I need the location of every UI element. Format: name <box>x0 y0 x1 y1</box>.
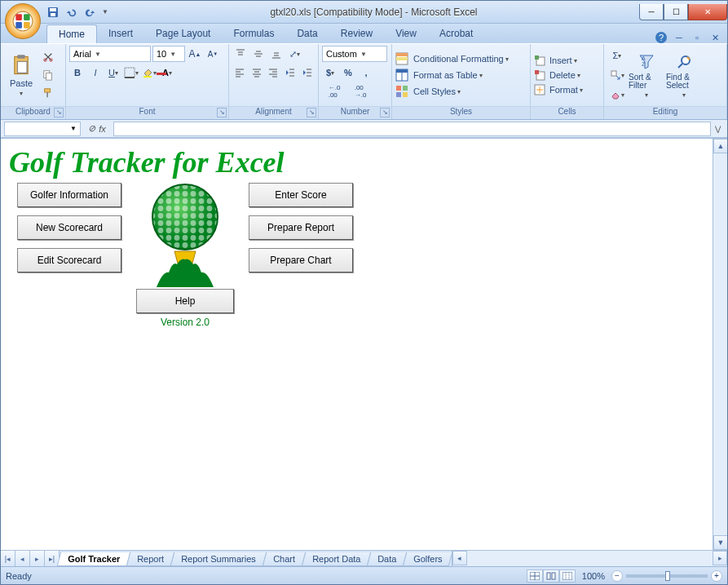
font-size-combo[interactable]: 10▼ <box>152 46 185 62</box>
undo-icon[interactable] <box>63 4 79 20</box>
restore-window-icon[interactable]: ▫ <box>691 32 703 43</box>
prepare-report-button[interactable]: Prepare Report <box>249 215 353 240</box>
fill-icon[interactable]: ▾ <box>607 67 627 83</box>
golfer-information-button[interactable]: Golfer Information <box>17 183 121 207</box>
scroll-down-icon[interactable]: ▼ <box>713 535 727 550</box>
clipboard-dialog-icon[interactable]: ↘ <box>54 108 64 117</box>
clear-icon[interactable]: ▾ <box>607 86 627 103</box>
close-button[interactable]: ✕ <box>688 4 727 20</box>
redo-icon[interactable] <box>82 4 99 20</box>
formula-input[interactable] <box>113 122 711 136</box>
zoom-slider[interactable] <box>626 574 708 578</box>
zoom-in-icon[interactable]: + <box>711 570 722 582</box>
align-bottom-icon[interactable] <box>268 46 285 62</box>
qat-customize-icon[interactable]: ▼ <box>102 8 108 16</box>
insert-cells-button[interactable]: Insert▾ <box>534 55 583 66</box>
close-workbook-icon[interactable]: ✕ <box>709 32 721 43</box>
prev-sheet-icon[interactable]: ◂ <box>15 551 30 566</box>
minimize-button[interactable]: ─ <box>639 4 664 20</box>
align-top-icon[interactable] <box>232 46 249 62</box>
increase-indent-icon[interactable] <box>299 64 315 81</box>
format-painter-icon[interactable] <box>40 85 56 101</box>
tab-review[interactable]: Review <box>329 24 384 43</box>
percent-icon[interactable]: % <box>340 64 356 81</box>
align-middle-icon[interactable] <box>250 46 267 62</box>
vertical-scrollbar[interactable]: ▲ ▼ <box>713 139 727 550</box>
tab-insert[interactable]: Insert <box>97 24 144 43</box>
font-dialog-icon[interactable]: ↘ <box>217 108 227 117</box>
tab-home[interactable]: Home <box>46 24 97 43</box>
number-dialog-icon[interactable]: ↘ <box>380 108 390 117</box>
first-sheet-icon[interactable]: |◂ <box>1 551 15 566</box>
sheet-tab-golf-tracker[interactable]: Golf Tracker <box>57 552 131 566</box>
help-button[interactable]: Help <box>136 289 234 313</box>
align-left-icon[interactable] <box>232 64 248 81</box>
zoom-out-icon[interactable]: − <box>611 570 623 582</box>
sheet-tab-report-summaries[interactable]: Report Summaries <box>170 552 267 566</box>
comma-icon[interactable]: , <box>358 64 374 81</box>
font-name-combo[interactable]: Arial▼ <box>69 46 151 62</box>
find-select-button[interactable]: Find & Select▾ <box>666 46 702 104</box>
conditional-formatting-button[interactable]: Conditional Formatting▾ <box>395 52 509 65</box>
shrink-font-icon[interactable]: A▼ <box>205 46 221 62</box>
scroll-up-icon[interactable]: ▲ <box>713 139 727 153</box>
tab-formulas[interactable]: Formulas <box>222 24 285 43</box>
new-scorecard-button[interactable]: New Scorecard <box>17 215 121 240</box>
sheet-tab-chart[interactable]: Chart <box>263 552 306 566</box>
scroll-left-icon[interactable]: ◂ <box>452 551 467 565</box>
tab-view[interactable]: View <box>384 24 428 43</box>
enter-score-button[interactable]: Enter Score <box>249 183 353 207</box>
orientation-icon[interactable]: ⤢▾ <box>286 46 302 62</box>
sheet-tab-golfers[interactable]: Golfers <box>403 552 453 566</box>
number-format-combo[interactable]: Custom▼ <box>322 46 387 62</box>
cut-icon[interactable] <box>40 49 56 65</box>
cell-styles-button[interactable]: Cell Styles▾ <box>395 85 509 98</box>
zoom-level[interactable]: 100% <box>582 571 605 581</box>
sort-filter-button[interactable]: AZ Sort & Filter▾ <box>629 46 664 104</box>
fx-icon[interactable]: ⊘ fx <box>81 123 113 134</box>
horizontal-scrollbar[interactable]: ◂ ▸ <box>452 551 727 566</box>
group-alignment-label: Alignment <box>255 107 291 116</box>
scroll-right-icon[interactable]: ▸ <box>713 551 727 565</box>
save-icon[interactable] <box>46 6 60 19</box>
next-sheet-icon[interactable]: ▸ <box>30 551 45 566</box>
copy-icon[interactable] <box>40 67 56 83</box>
expand-formula-bar-icon[interactable]: ⋁ <box>711 125 724 133</box>
bold-icon[interactable]: B <box>69 64 86 81</box>
currency-icon[interactable]: $▾ <box>322 64 338 81</box>
paste-button[interactable]: Paste ▾ <box>4 46 38 104</box>
increase-decimal-icon[interactable]: ←.0.00 <box>322 83 346 100</box>
page-layout-view-icon[interactable] <box>543 569 559 583</box>
office-button[interactable] <box>5 3 41 39</box>
worksheet-area[interactable]: Golf Tracker for Excel Golfer Informatio… <box>1 139 713 550</box>
fill-color-icon[interactable]: ▾ <box>141 64 157 81</box>
normal-view-icon[interactable] <box>527 569 543 583</box>
tab-acrobat[interactable]: Acrobat <box>428 24 484 43</box>
alignment-dialog-icon[interactable]: ↘ <box>307 108 316 117</box>
delete-cells-button[interactable]: Delete▾ <box>534 69 583 81</box>
maximize-button[interactable]: ☐ <box>664 4 688 20</box>
tab-data[interactable]: Data <box>285 24 329 43</box>
grow-font-icon[interactable]: A▲ <box>187 46 203 62</box>
name-box[interactable]: ▼ <box>4 122 81 136</box>
page-break-view-icon[interactable] <box>559 569 576 583</box>
minimize-ribbon-icon[interactable]: ─ <box>673 32 685 43</box>
sheet-tab-report[interactable]: Report <box>126 552 175 566</box>
align-right-icon[interactable] <box>266 64 281 81</box>
autosum-icon[interactable]: Σ▾ <box>607 47 627 64</box>
underline-icon[interactable]: U▾ <box>105 64 121 81</box>
font-color-icon[interactable]: A▾ <box>159 64 175 81</box>
italic-icon[interactable]: I <box>87 64 104 81</box>
sheet-tab-report-data[interactable]: Report Data <box>302 552 372 566</box>
format-as-table-button[interactable]: Format as Table▾ <box>395 69 509 82</box>
format-cells-button[interactable]: Format▾ <box>534 84 583 95</box>
border-icon[interactable]: ▾ <box>123 64 139 81</box>
decrease-decimal-icon[interactable]: .00→.0 <box>348 83 373 100</box>
edit-scorecard-button[interactable]: Edit Scorecard <box>17 248 121 273</box>
prepare-chart-button[interactable]: Prepare Chart <box>249 248 353 273</box>
help-icon[interactable]: ? <box>655 32 667 43</box>
tab-page-layout[interactable]: Page Layout <box>144 24 222 43</box>
align-center-icon[interactable] <box>249 64 265 81</box>
sheet-tab-data[interactable]: Data <box>367 552 408 566</box>
decrease-indent-icon[interactable] <box>283 64 298 81</box>
